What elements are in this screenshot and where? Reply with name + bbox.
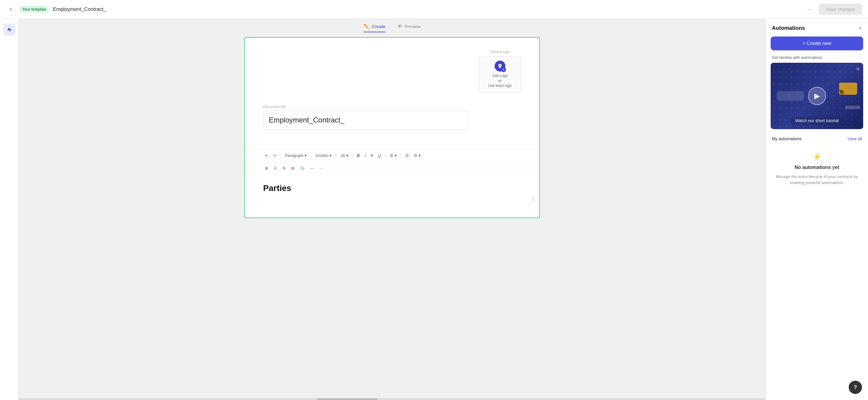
app-header: Your template Employment_Contract_ ··· S… xyxy=(0,0,868,19)
empty-description: Manage the entire lifecycle of your cont… xyxy=(772,174,862,185)
toolbar-row2: ⊞ ☑ fx ⊞ 📎 — ··· xyxy=(245,162,539,174)
document-body: Parties xyxy=(245,174,539,202)
font-select[interactable]: Archivo ▾ xyxy=(314,152,334,159)
my-automations-row: My automations View all xyxy=(766,134,868,144)
font-chevron-icon: ▾ xyxy=(330,153,332,158)
align-chevron-icon: ▾ xyxy=(395,153,397,158)
panel-header: Automations × xyxy=(766,19,868,36)
document-wrapper: Default logo Add Logo or Use team logo xyxy=(244,37,540,392)
toolbar-row1: ↩ ↪ Paragraph ▾ Archivo ▾ xyxy=(245,149,539,162)
font-label: Archivo xyxy=(315,153,329,158)
drag-handle-icon[interactable]: ⠿ xyxy=(531,196,535,202)
logo-box: Default logo Add Logo or Use team logo xyxy=(479,50,521,93)
divider-button[interactable]: — xyxy=(308,165,316,172)
familiar-label: Get familiar with automations xyxy=(766,55,868,63)
empty-title: No automations yet xyxy=(795,165,839,170)
tutorial-node-right2 xyxy=(845,106,860,109)
toolbar-separator-4 xyxy=(352,153,353,159)
tab-preview[interactable]: 👁 Preview xyxy=(398,24,421,32)
size-chevron-icon: ▾ xyxy=(346,153,348,158)
paragraph-chevron-icon: ▾ xyxy=(305,153,307,158)
toolbar-separator-3 xyxy=(336,153,336,159)
align-select[interactable]: ☰ ▾ xyxy=(388,152,398,159)
horizontal-scrollbar[interactable] xyxy=(19,398,766,400)
template-badge: Your template xyxy=(19,6,49,13)
size-select[interactable]: 16 ▾ xyxy=(339,152,350,159)
tutorial-close-button[interactable]: ✕ xyxy=(856,66,860,73)
formula-button[interactable]: fx xyxy=(281,165,287,172)
italic-button[interactable]: I xyxy=(363,152,368,159)
tutorial-video-card[interactable]: ✕ 🖱 ▶ Watch our short tutorial xyxy=(771,63,863,129)
redo-button[interactable]: ↪ xyxy=(271,152,278,159)
tab-preview-label: Preview xyxy=(405,24,421,29)
table-button[interactable]: ⊞ xyxy=(289,165,296,172)
logo-upload-box[interactable]: Add Logo or Use team logo xyxy=(479,56,521,93)
save-changes-button[interactable]: Save changes xyxy=(819,4,862,15)
toolbar-separator-2 xyxy=(311,153,311,159)
back-button[interactable] xyxy=(6,4,16,14)
panel-title: Automations xyxy=(772,25,805,31)
horizontal-scrollbar-thumb[interactable] xyxy=(317,398,378,400)
checkbox-button[interactable]: ☑ xyxy=(272,165,279,172)
help-button[interactable]: ? xyxy=(849,381,862,394)
my-automations-label: My automations xyxy=(772,136,802,141)
document-header-row: Default logo Add Logo or Use team logo xyxy=(263,50,521,93)
column-button[interactable]: ⊞ xyxy=(263,165,270,172)
logo-upload-text: Add Logo or Use team logo xyxy=(488,73,512,88)
ordered-list-chevron-icon: ▾ xyxy=(418,153,421,158)
size-label: 16 xyxy=(341,153,345,158)
create-new-button[interactable]: + Create new xyxy=(771,36,863,50)
undo-button[interactable]: ↩ xyxy=(263,152,270,159)
document-content: Default logo Add Logo or Use team logo xyxy=(244,37,540,218)
toolbar-separator-1 xyxy=(281,153,281,159)
toolbar-separator-5 xyxy=(385,153,385,159)
parties-heading: Parties xyxy=(263,183,521,193)
align-icon: ☰ xyxy=(390,153,393,158)
more-toolbar-button[interactable]: ··· xyxy=(318,165,324,172)
bullet-list-button[interactable]: ☰ xyxy=(404,152,411,159)
tutorial-label: Watch our short tutorial xyxy=(790,117,843,124)
document-title: Employment_Contract_ xyxy=(53,6,801,12)
paragraph-label: Paragraph xyxy=(285,153,304,158)
pencil-icon: ✏️ xyxy=(364,24,370,29)
left-sidebar xyxy=(0,19,19,400)
automations-panel: Automations × + Create new Get familiar … xyxy=(766,19,868,400)
empty-state: ⚡ No automations yet Manage the entire l… xyxy=(766,144,868,400)
view-all-link[interactable]: View all xyxy=(847,136,862,141)
automations-sidebar-icon[interactable] xyxy=(3,24,16,36)
empty-lightning-icon: ⚡ xyxy=(812,153,822,161)
eye-icon: 👁 xyxy=(398,24,402,29)
tutorial-node-left xyxy=(777,91,804,101)
doc-title-input[interactable] xyxy=(263,111,468,130)
strikethrough-button[interactable]: S xyxy=(369,152,375,159)
toolbar-separator-6 xyxy=(401,153,401,159)
panel-close-button[interactable]: × xyxy=(858,25,862,32)
attachment-button[interactable]: 📎 xyxy=(298,165,307,172)
main-layout: ✏️ Create 👁 Preview Default logo xyxy=(0,19,868,400)
ordered-list-select[interactable]: ☰ ▾ xyxy=(412,152,423,159)
doc-title-label: Document title xyxy=(263,105,521,109)
document-scroll-area[interactable]: Default logo Add Logo or Use team logo xyxy=(19,37,766,398)
bold-button[interactable]: B xyxy=(355,152,362,159)
more-options-button[interactable]: ··· xyxy=(804,4,815,15)
logo-label: Default logo xyxy=(490,50,510,54)
editor-tabs: ✏️ Create 👁 Preview xyxy=(19,19,766,37)
editor-area: ✏️ Create 👁 Preview Default logo xyxy=(19,19,766,400)
document-inner: Default logo Add Logo or Use team logo xyxy=(245,38,539,149)
play-button[interactable]: ▶ xyxy=(808,87,826,105)
paragraph-select[interactable]: Paragraph ▾ xyxy=(283,152,309,159)
tab-create[interactable]: ✏️ Create xyxy=(364,24,385,32)
logo-add-icon xyxy=(495,61,505,72)
underline-button[interactable]: U xyxy=(376,152,382,159)
ordered-list-icon: ☰ xyxy=(414,153,417,158)
tab-create-label: Create xyxy=(372,24,385,29)
